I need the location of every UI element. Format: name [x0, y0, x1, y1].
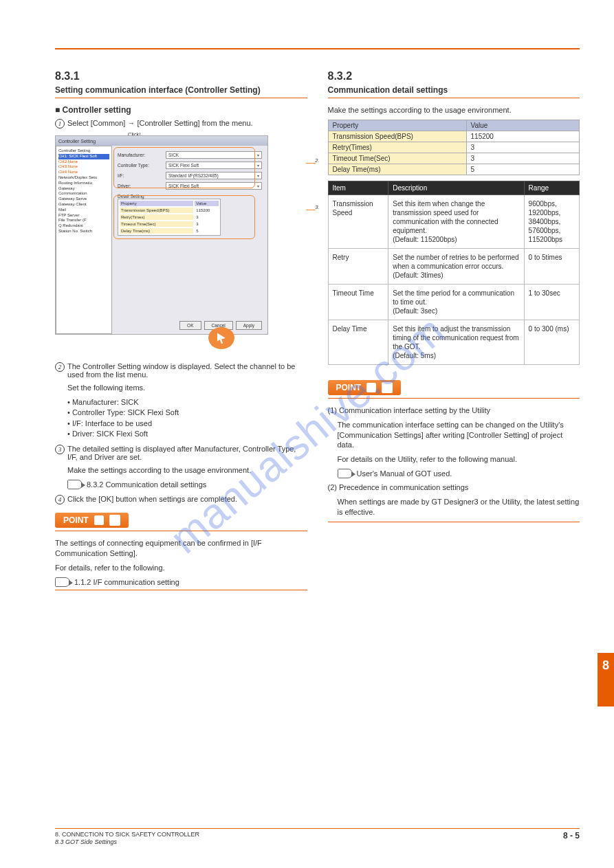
section-rule-832: [328, 98, 580, 98]
callout-2: 2.: [315, 157, 319, 164]
table-cell: Transmission Speed(BPS): [328, 131, 466, 142]
ok-button[interactable]: OK: [179, 321, 201, 330]
table-cell: Retry: [328, 248, 388, 284]
step-3b: Make the settings according to the usage…: [67, 465, 307, 476]
tree-row: Mail: [58, 208, 109, 213]
tree-row: Network/Duplex Setu: [58, 175, 109, 181]
point2-p1-body2: For details on the Utility, refer to the…: [338, 454, 580, 465]
callout-ring-3: [113, 195, 255, 239]
point-rule-end: [55, 590, 307, 590]
tree-row: Communication: [58, 191, 109, 197]
point1-body: The settings of connecting equipment can…: [55, 538, 307, 559]
tree-row: Station No. Switch: [58, 229, 109, 234]
section-title: Setting communication interface (Control…: [55, 85, 307, 95]
tree-row: Gateway: [58, 186, 109, 192]
section-sub-832: Make the settings according to the usage…: [328, 105, 580, 115]
link-pointer-icon: [338, 469, 353, 478]
apply-button[interactable]: Apply: [236, 321, 262, 330]
bullet: • Controller Type: SICK Flexi Soft: [67, 408, 307, 418]
table-cell: 115200: [466, 131, 579, 142]
table-cell: Timeout Time: [328, 284, 388, 320]
tree-row: File Transfer (F: [58, 218, 109, 223]
tree-row: CH1: SICK Flexi Soft: [58, 154, 109, 159]
point2-p2-head: (2) Precedence in communication settings: [328, 483, 469, 491]
step-3-text: The detailed setting is displayed after …: [67, 445, 307, 461]
table-cell: Set the time period for a communication …: [388, 284, 524, 320]
section-number: 8.3.1: [55, 70, 307, 82]
step-1-text: Select [Common] → [Controller Setting] f…: [67, 119, 253, 127]
point-rule-2-end: [328, 522, 580, 522]
table-cell: Delay Time: [328, 320, 388, 364]
table-cell: Transmission Speed: [328, 194, 388, 248]
point2-p1-head: (1) Communication interface setting by t…: [328, 406, 491, 414]
screenshot: Controller Setting Controller Setting CH…: [55, 135, 268, 335]
point2-p2-body: When settings are made by GT Designer3 o…: [338, 497, 580, 518]
point2-p1-body: The communication interface setting can …: [338, 420, 580, 451]
footer-ref2: 8.3 GOT Side Settings: [55, 838, 422, 846]
table-cell: Timeout Time(Sec): [328, 153, 466, 164]
point1-body2: For details, refer to the following.: [55, 563, 307, 573]
step-1-num: 1: [55, 119, 65, 129]
link-pointer-icon: [67, 480, 83, 489]
step-2: 2 The Controller Setting window is displ…: [55, 362, 307, 379]
table-cell: 5: [466, 164, 579, 175]
table-cell: 9600bps, 19200bps, 38400bps, 57600bps, 1…: [524, 194, 579, 248]
table-cell: Delay Time(ms): [328, 164, 466, 175]
page: 8.3.1 Setting communication interface (C…: [0, 0, 614, 868]
footer: 8. CONNECTION TO SICK SAFETY CONTROLLER …: [55, 828, 580, 846]
tree-row: Routing Informatio: [58, 181, 109, 186]
tree-row: FTP Server: [58, 213, 109, 219]
section-title-832: Communication detail settings: [328, 85, 580, 95]
table-cell: 3: [466, 142, 579, 153]
step-4: 4 Click the [OK] button when settings ar…: [55, 495, 307, 504]
table-cell: 1 to 30sec: [524, 284, 579, 320]
link-112[interactable]: 1.1.2 I/F communication setting: [74, 578, 179, 586]
tree-row: Controller Setting: [58, 148, 109, 154]
point-icon: [94, 515, 104, 525]
point-rule-2: [328, 398, 580, 399]
tree-row: Gateway Serve: [58, 197, 109, 202]
detail-settings-table: Property Value Transmission Speed(BPS)11…: [328, 120, 580, 175]
step-1: 1 Select [Common] → [Controller Setting]…: [55, 119, 307, 129]
point-badge-2: POINT: [328, 380, 402, 395]
link-users-manual[interactable]: User's Manual of GOT used.: [357, 469, 452, 478]
table-cell: Set this item to adjust the transmission…: [388, 320, 524, 364]
link-pointer-icon: [55, 577, 70, 587]
ss-tree: Controller Setting CH1: SICK Flexi Soft …: [56, 146, 112, 334]
ss-titlebar: Controller Setting: [56, 136, 267, 146]
callout-line-2: [306, 163, 316, 164]
tree-row: CH2:None: [58, 159, 109, 165]
step-3-num: 3: [55, 445, 65, 454]
description-table: Item Description Range Transmission Spee…: [328, 181, 580, 365]
table-cell: 0 to 300 (ms): [524, 320, 579, 364]
detail-th-val: Value: [466, 120, 579, 131]
right-column: 8.3.2 Communication detail settings Make…: [328, 70, 580, 597]
top-rule: [55, 48, 580, 49]
ss-main: Manufacturer: SICK Controller Type: SICK…: [112, 146, 267, 334]
step-4-text: Click the [OK] button when settings are …: [67, 495, 237, 503]
point-badge-1: POINT: [55, 513, 129, 528]
footer-page: 8 - 5: [563, 831, 580, 846]
bullet: • Driver: SICK Flexi Soft: [67, 429, 307, 439]
table-cell: 3: [466, 153, 579, 164]
link-832[interactable]: 8.3.2 Communication detail settings: [87, 480, 206, 489]
tree-row: CH3:None: [58, 164, 109, 170]
tree-row: CH4:None: [58, 170, 109, 175]
desc-th-range: Range: [524, 181, 579, 194]
point-icon: [366, 383, 376, 392]
step-2-text: The Controller Setting window is display…: [67, 362, 307, 379]
point-rule: [55, 531, 307, 531]
bullet: • Manufacturer: SICK: [67, 397, 307, 408]
callout-ring-2: [113, 147, 255, 188]
left-column: 8.3.1 Setting communication interface (C…: [55, 70, 307, 597]
tree-row: Gateway Client: [58, 202, 109, 208]
step-2b: Set the following items.: [67, 383, 307, 393]
controller-setting-head: ■ Controller setting: [55, 105, 307, 115]
desc-th-desc: Description: [388, 181, 524, 194]
step-2-num: 2: [55, 362, 65, 372]
callout-line-3: [306, 210, 316, 210]
desc-th-item: Item: [328, 181, 388, 194]
chapter-tab: 8: [597, 653, 614, 706]
step-3: 3 The detailed setting is displayed afte…: [55, 445, 307, 461]
table-cell: 0 to 5times: [524, 248, 579, 284]
